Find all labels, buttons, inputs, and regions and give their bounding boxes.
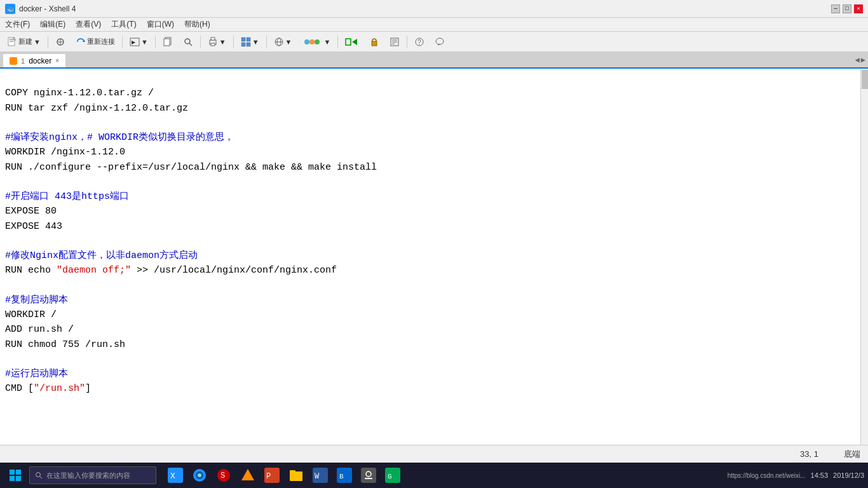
layout-button[interactable]: ▼ [236, 34, 264, 50]
svg-rect-63 [361, 468, 376, 483]
line-workdir2: WORKDIR / ADD run.sh / RUN chmod 755 /ru… [5, 309, 125, 350]
svg-rect-20 [247, 37, 250, 41]
script-button[interactable] [385, 34, 404, 50]
terminal-button[interactable]: ▶ ▼ [125, 34, 153, 50]
svg-point-38 [436, 38, 444, 44]
search-button[interactable] [179, 34, 198, 50]
taskbar-app-photo[interactable] [357, 464, 380, 487]
editor-content: COPY nginx-1.12.0.tar.gz / RUN tar zxf /… [5, 71, 863, 411]
svg-rect-18 [211, 43, 215, 46]
taskbar-app-browser[interactable] [188, 464, 211, 487]
menu-view[interactable]: 查看(V) [71, 18, 106, 31]
menu-file[interactable]: 文件(F) [0, 18, 35, 31]
start-button[interactable] [4, 464, 27, 487]
line-workdir1: WORKDIR /nginx-1.12.0 RUN ./configure --… [5, 147, 377, 172]
cursor-position: 33, 1 [800, 449, 818, 459]
comment-nginx-conf: #修改Nginx配置文件，以非daemon方式启动 [5, 250, 198, 261]
svg-rect-31 [372, 41, 377, 46]
lock-button[interactable] [365, 34, 384, 50]
help-button[interactable]: ? [410, 34, 429, 50]
print-arrow[interactable]: ▼ [219, 38, 226, 46]
tools-arrow[interactable]: ▼ [323, 38, 330, 46]
window-controls[interactable]: ─ □ ✕ [831, 4, 863, 13]
taskbar-search-box[interactable]: 在这里输入你要搜索的内容 [29, 466, 156, 484]
menu-edit[interactable]: 编辑(E) [35, 18, 71, 31]
taskbar-app-word[interactable]: W [309, 464, 332, 487]
layout-arrow[interactable]: ▼ [252, 38, 259, 46]
print-icon [208, 37, 218, 47]
taskbar-app-files[interactable] [285, 464, 308, 487]
toolbar-separator-8 [407, 36, 407, 48]
menu-tools[interactable]: 工具(T) [106, 18, 141, 31]
reconnect-button[interactable]: 重新连接 [71, 34, 119, 50]
scrollbar-thumb[interactable] [862, 70, 868, 89]
taskbar-right: https://blog.csdn.net/weixi... 14:53 201… [728, 471, 864, 479]
svg-point-14 [185, 39, 190, 44]
tab-next-icon[interactable]: ▶ [861, 55, 865, 65]
comment-copy-script: #复制启动脚本 [5, 295, 68, 306]
svg-rect-21 [241, 43, 245, 46]
reconnect-label: 重新连接 [87, 37, 115, 46]
new-arrow-icon[interactable]: ▼ [34, 38, 41, 46]
tab-bar: 1 docker × ◀ ▶ [0, 52, 868, 69]
minimize-button[interactable]: ─ [831, 4, 840, 13]
svg-rect-58 [290, 470, 295, 473]
app-icon: 🐳 [5, 4, 15, 14]
menu-bar: 文件(F) 编辑(E) 查看(V) 工具(T) 窗口(W) 帮助(H) [0, 18, 868, 32]
comment-run-script: #运行启动脚本 [5, 369, 68, 379]
lock-icon [369, 37, 379, 47]
new-label: 新建 [18, 37, 32, 46]
web-arrow[interactable]: ▼ [285, 38, 292, 46]
svg-text:S: S [220, 471, 225, 480]
taskbar-app-xshell[interactable]: X [164, 464, 187, 487]
editor-area[interactable]: COPY nginx-1.12.0.tar.gz / RUN tar zxf /… [0, 69, 868, 445]
tab-prev-icon[interactable]: ◀ [855, 55, 860, 65]
tools-button[interactable]: ▼ [297, 34, 335, 50]
svg-rect-29 [346, 39, 351, 45]
menu-help[interactable]: 帮助(H) [179, 18, 215, 31]
print-button[interactable]: ▼ [203, 34, 231, 50]
toolbar-separator-1 [48, 36, 48, 48]
copy-icon [163, 37, 173, 47]
taskbar-app-blue[interactable]: B [333, 464, 356, 487]
close-button[interactable]: ✕ [854, 4, 863, 13]
line-copy: COPY nginx-1.12.0.tar.gz / RUN tar zxf /… [5, 88, 188, 113]
copy-button[interactable] [158, 34, 177, 50]
string-daemon-off: "daemon off;" [57, 265, 131, 276]
green-app-icon: G [385, 468, 400, 483]
tab-close-button[interactable]: × [55, 57, 59, 64]
taskbar-app-green[interactable]: G [381, 464, 404, 487]
tab-docker[interactable]: 1 docker × [3, 53, 66, 67]
taskbar: 在这里输入你要搜索的内容 X S P W B G [0, 463, 868, 488]
svg-line-46 [40, 477, 43, 479]
connect-button[interactable] [51, 34, 70, 50]
taskbar-app-yellow[interactable] [236, 464, 259, 487]
svg-marker-54 [241, 469, 254, 480]
chat-button[interactable] [430, 34, 449, 50]
maximize-button[interactable]: □ [843, 4, 851, 13]
title-bar-left: 🐳 docker - Xshell 4 [5, 4, 76, 14]
taskbar-app-red[interactable]: S [212, 464, 235, 487]
terminal-arrow[interactable]: ▼ [141, 38, 148, 46]
comment-compile: #编译安装nginx，# WORKDIR类似切换目录的意思， [5, 132, 234, 143]
tab-index: 1 [21, 57, 25, 65]
svg-point-26 [304, 39, 309, 44]
terminal-icon: ▶ [130, 37, 140, 47]
svg-text:?: ? [417, 39, 421, 46]
web-button[interactable]: ▼ [269, 34, 297, 50]
browser-taskbar-icon [192, 468, 207, 483]
taskbar-app-ppt[interactable]: P [261, 464, 283, 487]
toolbar: 新建 ▼ 重新连接 ▶ ▼ ▼ ▼ ▼ ▼ [0, 32, 868, 52]
new-icon [7, 37, 17, 47]
windows-icon [9, 469, 22, 482]
svg-rect-40 [10, 58, 17, 64]
svg-point-51 [198, 473, 201, 477]
string-run-sh: "/run.sh" [34, 383, 85, 394]
svg-rect-57 [290, 471, 302, 481]
new-button[interactable]: 新建 ▼ [3, 34, 45, 50]
comment-port: #开启端口 443是https端口 [5, 191, 129, 202]
toolbar-separator-4 [200, 36, 201, 48]
menu-window[interactable]: 窗口(W) [142, 18, 179, 31]
vertical-scrollbar[interactable] [860, 69, 868, 445]
sftp-button[interactable] [341, 34, 363, 50]
